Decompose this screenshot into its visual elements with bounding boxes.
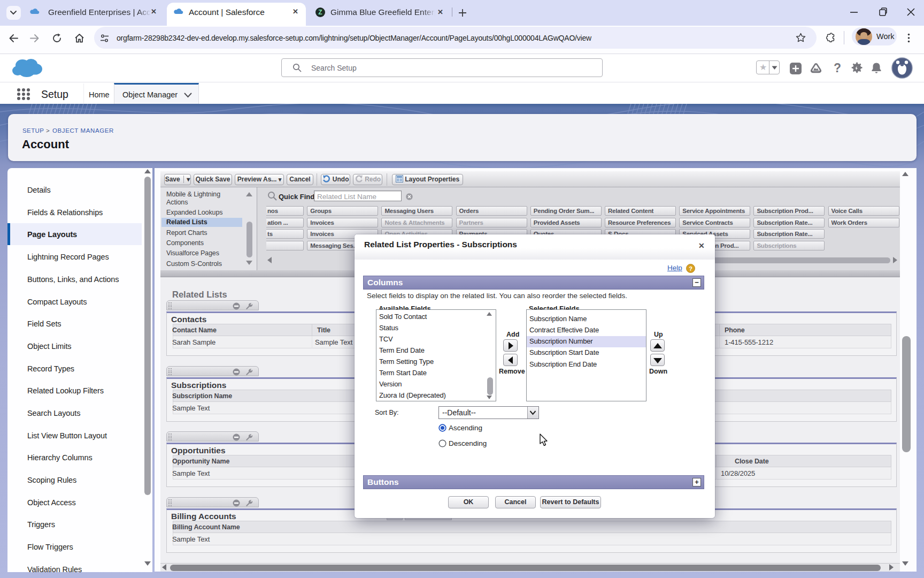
svg-text:?: ? <box>689 265 692 272</box>
svg-text:?: ? <box>834 61 841 75</box>
